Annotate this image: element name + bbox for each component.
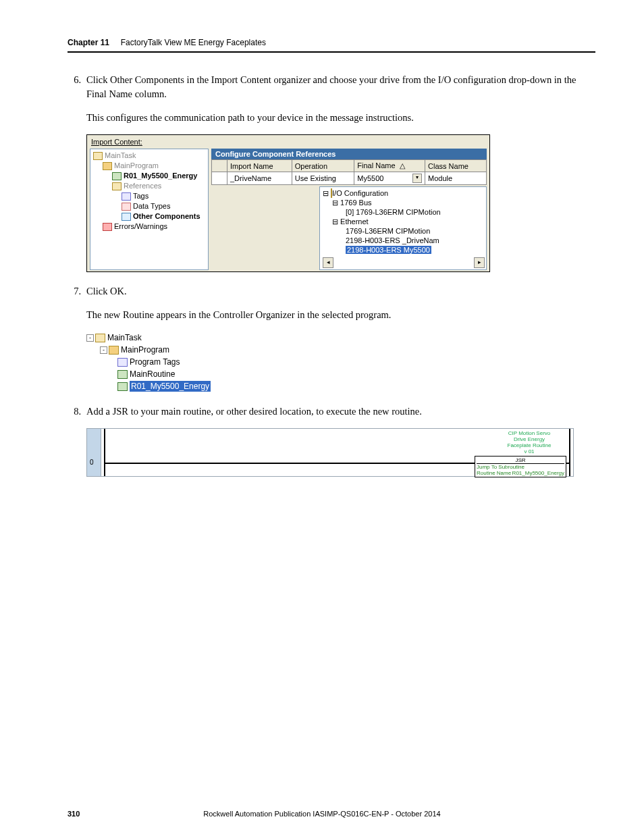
step-6-para: This configures the communication path t…	[86, 111, 595, 125]
collapse-icon[interactable]: -	[100, 346, 107, 354]
col-final-name[interactable]: Final Name △	[354, 160, 425, 172]
component-grid[interactable]: Import Name Operation Final Name △ Class…	[211, 159, 487, 185]
io-config-dropdown[interactable]: ⊟ I/O Configuration ⊟ 1769 Bus [0] 1769-…	[319, 186, 487, 270]
dd-eth3-selected[interactable]: 2198-H003-ERS My5500	[346, 246, 431, 254]
scroll-left-button[interactable]: ◂	[323, 257, 333, 268]
tree-other-components: Other Components	[133, 212, 200, 220]
left-rail	[104, 429, 105, 476]
col-operation[interactable]: Operation	[292, 160, 354, 172]
import-content-panel: Import Content: MainTask MainProgram R01…	[86, 134, 490, 272]
error-icon	[103, 223, 112, 231]
tree-datatypes: Data Types	[133, 202, 170, 210]
tree-maintask: MainTask	[105, 151, 136, 159]
folder-icon	[112, 182, 122, 190]
jsr-label: JSR	[477, 457, 564, 464]
dd-eth1[interactable]: 1769-L36ERM CIPMotion	[346, 227, 430, 235]
step-8: 8.Add a JSR to your main routine, or oth…	[68, 405, 595, 419]
routine-icon	[117, 382, 128, 391]
program-icon	[109, 346, 119, 355]
jsr-line1: Jump To Subroutine	[477, 464, 564, 470]
footer-text: Rockwell Automation Publication IASIMP-Q…	[0, 810, 644, 818]
step-8-num: 8.	[68, 405, 81, 419]
dd-ethernet[interactable]: Ethernet	[340, 217, 369, 226]
cell-operation: Use Existing	[292, 172, 354, 185]
step-6-text: Click Other Components in the Import Con…	[86, 74, 576, 99]
tree-tags: Tags	[133, 192, 149, 200]
dd-bus[interactable]: 1769 Bus	[340, 199, 371, 207]
tree2-new-routine[interactable]: R01_My5500_Energy	[130, 381, 211, 392]
rung-gutter: 0	[87, 429, 101, 476]
chapter-label: Chapter 11	[68, 38, 109, 47]
tree-references: References	[124, 182, 161, 190]
rung-number: 0	[90, 459, 94, 466]
other-icon	[122, 213, 131, 221]
jsr-param-value: R01_My5500_Energy	[512, 470, 564, 476]
routine-icon	[117, 370, 128, 379]
right-rail	[569, 429, 570, 476]
tree2-program-tags[interactable]: Program Tags	[130, 357, 180, 367]
header-rule	[68, 51, 595, 53]
tree2-mainroutine[interactable]: MainRoutine	[130, 369, 175, 379]
step-6-num: 6.	[68, 73, 81, 87]
tree2-maintask[interactable]: MainTask	[107, 333, 142, 342]
folder-icon	[95, 334, 105, 342]
tree-mainprogram: MainProgram	[114, 161, 159, 170]
tree-errors: Errors/Warnings	[114, 222, 167, 230]
dd-io-config: I/O Configuration	[332, 189, 388, 197]
rung-comment: CIP Motion Servo Drive Energy Faceplate …	[492, 430, 566, 454]
cell-import-name: _DriveName	[227, 172, 292, 185]
import-content-caption: Import Content:	[87, 135, 489, 147]
col-import-name[interactable]: Import Name	[227, 160, 292, 172]
cell-class-name: Module	[425, 172, 487, 185]
program-icon	[103, 162, 112, 170]
step-8-text: Add a JSR to your main routine, or other…	[86, 406, 422, 417]
tags-icon	[122, 192, 131, 201]
tree-routine: R01_My5500_Energy	[124, 172, 197, 180]
step-7-text: Click OK.	[86, 286, 127, 296]
step-7: 7.Click OK.	[68, 284, 595, 298]
table-row[interactable]: _DriveName Use Existing My5500▾ Module	[212, 172, 487, 185]
ladder-editor: 0 CIP Motion Servo Drive Energy Faceplat…	[86, 428, 574, 477]
cell-final-name[interactable]: My5500▾	[354, 172, 425, 185]
datatype-icon	[122, 203, 131, 211]
step-6: 6.Click Other Components in the Import C…	[68, 73, 595, 101]
step-7-para: The new Routine appears in the Controlle…	[86, 308, 595, 322]
grid-title: Configure Component References	[211, 149, 487, 159]
jsr-block[interactable]: JSR Jump To Subroutine Routine NameR01_M…	[475, 456, 566, 477]
collapse-icon[interactable]: -	[86, 334, 94, 342]
tags-icon	[117, 358, 128, 367]
col-class-name[interactable]: Class Name	[425, 160, 487, 172]
routine-icon	[112, 172, 122, 180]
scroll-right-button[interactable]: ▸	[474, 257, 485, 268]
dd-eth2[interactable]: 2198-H003-ERS _DriveNam	[346, 236, 439, 244]
step-7-num: 7.	[68, 284, 81, 298]
folder-icon	[93, 152, 103, 160]
jsr-param-label: Routine Name	[477, 470, 511, 476]
chapter-title: FactoryTalk View ME Energy Faceplates	[121, 38, 266, 47]
dropdown-button[interactable]: ▾	[412, 174, 422, 183]
page-header: Chapter 11 FactoryTalk View ME Energy Fa…	[68, 38, 595, 47]
import-tree[interactable]: MainTask MainProgram R01_My5500_Energy R…	[90, 149, 209, 270]
controller-organizer-tree: -MainTask -MainProgram Program Tags Main…	[86, 332, 242, 392]
tree2-mainprogram[interactable]: MainProgram	[121, 345, 169, 355]
dd-bus-item[interactable]: [0] 1769-L36ERM CIPMotion	[346, 208, 441, 216]
